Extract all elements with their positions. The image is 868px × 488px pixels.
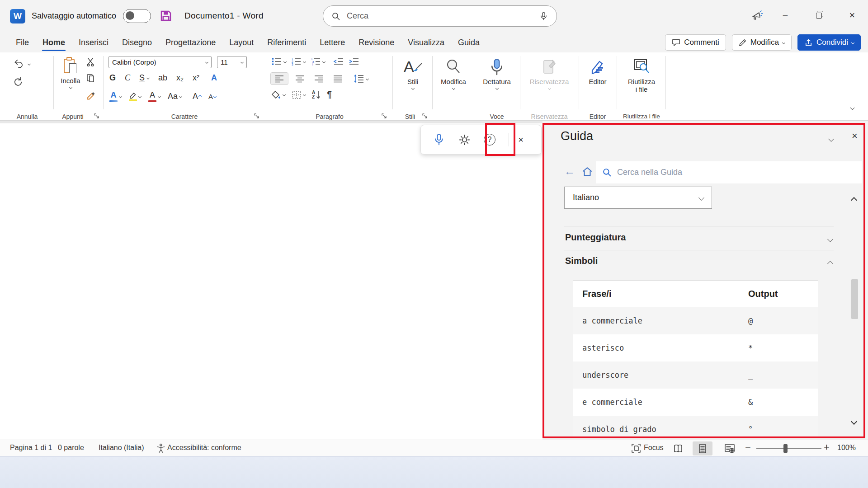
scroll-down-icon[interactable] (852, 418, 856, 426)
tab-guida[interactable]: Guida (451, 33, 486, 52)
reuse-files-button[interactable]: Riutilizzai file (618, 54, 665, 93)
strikethrough-button[interactable]: ab (158, 73, 167, 83)
align-right-button[interactable] (311, 73, 326, 84)
styles-dialog-launcher[interactable] (422, 113, 428, 119)
coming-soon-megaphone-icon[interactable] (750, 8, 764, 23)
tab-riferimenti[interactable]: Riferimenti (260, 33, 313, 52)
bold-button[interactable]: G (109, 73, 116, 83)
align-left-button[interactable] (270, 72, 288, 85)
document-canvas[interactable] (0, 121, 542, 440)
font-size-select[interactable]: 11 (217, 56, 247, 68)
punteggiatura-expand-chevron[interactable] (828, 235, 832, 243)
grow-font-button[interactable]: A (193, 92, 201, 101)
share-button[interactable]: Condividi (797, 34, 861, 51)
dictation-help-button[interactable]: ? (477, 134, 502, 145)
dictation-mic-button[interactable] (426, 133, 452, 146)
tab-progettazione[interactable]: Progettazione (159, 33, 222, 52)
scrollbar-thumb[interactable] (851, 279, 858, 319)
paste-button[interactable]: Incolla (57, 54, 84, 89)
wordart-button[interactable]: A (109, 90, 122, 102)
format-painter-button[interactable] (86, 90, 97, 101)
section-punteggiatura[interactable]: Punteggiatura (565, 232, 626, 243)
highlight-button[interactable] (129, 92, 141, 101)
dictation-close-button[interactable]: × (512, 135, 530, 145)
minimize-button[interactable]: − (775, 6, 796, 24)
tab-inserisci[interactable]: Inserisci (72, 33, 115, 52)
font-color-button[interactable]: A (148, 90, 160, 102)
word-app-icon[interactable]: W (10, 9, 25, 23)
borders-button[interactable] (292, 90, 306, 99)
multilevel-list-button[interactable]: 1ai (310, 57, 325, 66)
tab-visualizza[interactable]: Visualizza (401, 33, 451, 52)
title-search-box[interactable] (323, 5, 557, 27)
comments-button[interactable]: Commenti (665, 34, 726, 51)
justify-button[interactable] (330, 73, 345, 84)
help-pane-collapse-chevron[interactable] (829, 135, 833, 143)
italic-button[interactable]: C (125, 73, 130, 83)
language-indicator[interactable]: Italiano (Italia) (99, 444, 144, 452)
find-button[interactable]: Modifica (433, 54, 474, 89)
simboli-collapse-chevron[interactable] (828, 259, 832, 267)
clipboard-dialog-launcher[interactable] (94, 113, 99, 119)
editor-button[interactable]: Editor (580, 54, 616, 85)
print-layout-button[interactable] (693, 441, 712, 455)
cut-button[interactable] (86, 57, 96, 67)
underline-button[interactable]: S (139, 73, 149, 83)
zoom-out-button[interactable]: − (745, 441, 751, 453)
show-marks-button[interactable]: ¶ (327, 89, 332, 100)
scroll-up-icon[interactable] (852, 196, 856, 204)
back-arrow-icon[interactable]: ← (564, 165, 575, 178)
increase-indent-button[interactable] (349, 57, 359, 66)
collapse-ribbon-chevron[interactable] (851, 103, 854, 111)
language-select[interactable]: Italiano (564, 187, 712, 209)
tab-revisione[interactable]: Revisione (352, 33, 401, 52)
copy-button[interactable] (86, 73, 96, 83)
help-search-input[interactable] (617, 168, 834, 177)
bullet-list-button[interactable] (271, 57, 286, 66)
shading-button[interactable] (271, 90, 285, 99)
restore-button[interactable] (808, 6, 829, 24)
tab-home[interactable]: Home (36, 33, 72, 52)
shrink-font-button[interactable]: A (208, 93, 216, 100)
line-spacing-button[interactable] (354, 74, 368, 83)
focus-label[interactable]: Focus (644, 444, 664, 452)
tab-layout[interactable]: Layout (222, 33, 260, 52)
redo-button[interactable] (13, 76, 24, 87)
zoom-level[interactable]: 100% (837, 444, 856, 452)
autosave-toggle[interactable] (123, 9, 151, 23)
dictate-search-mic-icon[interactable] (539, 11, 548, 21)
decrease-indent-button[interactable] (333, 57, 344, 66)
font-name-select[interactable]: Calibri (Corpo) (108, 56, 212, 68)
tab-disegno[interactable]: Disegno (115, 33, 159, 52)
tab-lettere[interactable]: Lettere (313, 33, 352, 52)
help-search-box[interactable] (596, 161, 862, 183)
paragraph-dialog-launcher[interactable] (382, 113, 387, 119)
editing-mode-button[interactable]: Modifica (732, 34, 792, 51)
zoom-slider-thumb[interactable] (783, 444, 788, 453)
subscript-button[interactable]: x₂ (176, 73, 184, 83)
sort-button[interactable]: A Z (312, 90, 321, 99)
tab-file[interactable]: File (9, 33, 36, 52)
home-icon[interactable] (581, 166, 593, 178)
align-center-button[interactable] (292, 73, 307, 84)
accessibility-status[interactable]: Accessibilità: conforme (167, 444, 241, 452)
section-simboli[interactable]: Simboli (565, 256, 598, 266)
web-layout-button[interactable] (720, 441, 740, 455)
styles-button[interactable]: A Stili (394, 54, 431, 89)
sensitivity-button[interactable]: Riservatezza (521, 54, 578, 89)
title-search-input[interactable] (347, 11, 519, 21)
word-count[interactable]: 0 parole (58, 444, 84, 452)
change-case-button[interactable]: Aa (168, 92, 182, 101)
help-pane-close-button[interactable]: × (852, 130, 858, 142)
zoom-in-button[interactable]: + (824, 441, 830, 453)
dictation-settings-button[interactable] (452, 134, 477, 146)
numbered-list-button[interactable]: 123 (291, 57, 306, 66)
font-dialog-launcher[interactable] (254, 113, 259, 119)
dictate-button[interactable]: Dettatura (475, 54, 519, 89)
save-icon[interactable] (159, 9, 173, 23)
page-indicator[interactable]: Pagina 1 di 1 (10, 444, 52, 452)
zoom-slider-track[interactable] (756, 448, 821, 449)
read-mode-button[interactable] (668, 441, 688, 455)
close-button[interactable]: × (842, 6, 863, 24)
superscript-button[interactable]: x² (193, 73, 199, 83)
